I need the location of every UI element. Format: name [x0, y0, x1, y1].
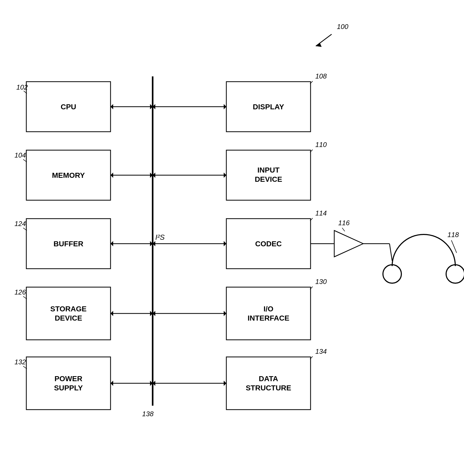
- ref-138: 138: [142, 410, 154, 418]
- memory-label: MEMORY: [52, 171, 85, 179]
- codec-label: CODEC: [255, 240, 282, 248]
- ref-132: 132: [14, 358, 26, 366]
- svg-marker-1: [316, 43, 322, 47]
- ref-104: 104: [14, 151, 26, 159]
- diagram-container: 100 CPU 102 MEMORY 104 BUFFER 124 STORAG…: [0, 0, 464, 476]
- svg-line-15: [451, 240, 457, 253]
- data-label-2: STRUCTURE: [246, 384, 291, 392]
- power-block: [26, 357, 111, 410]
- input-label-2: DEVICE: [255, 175, 282, 183]
- ref-100: 100: [337, 23, 348, 31]
- ref-114: 114: [315, 209, 327, 217]
- power-label-1: POWER: [54, 375, 82, 383]
- data-block: [226, 357, 311, 410]
- buffer-label: BUFFER: [53, 240, 83, 248]
- ref-108: 108: [315, 72, 327, 80]
- ref-102: 102: [16, 83, 28, 91]
- svg-line-12: [342, 228, 345, 231]
- storage-block: [26, 287, 111, 340]
- io-label-2: INTERFACE: [248, 314, 290, 322]
- ref-130: 130: [315, 278, 327, 286]
- headphone-right-cup: [446, 265, 464, 283]
- display-label: DISPLAY: [253, 103, 284, 111]
- ref-110: 110: [315, 141, 327, 149]
- i2s-label: I²S: [155, 233, 165, 241]
- input-label-1: INPUT: [257, 166, 280, 174]
- io-block: [226, 287, 311, 340]
- headphone-arc: [392, 234, 455, 266]
- io-label-1: I/O: [263, 305, 273, 313]
- headphone-left-cup: [383, 265, 401, 283]
- ref-124: 124: [14, 220, 26, 228]
- power-label-2: SUPPLY: [54, 384, 83, 392]
- amp-headphone-connector: [390, 244, 392, 261]
- amplifier-triangle: [334, 230, 363, 257]
- ref-134: 134: [315, 347, 327, 355]
- data-label-1: DATA: [259, 375, 278, 383]
- ref-126: 126: [14, 288, 26, 296]
- storage-label-1: STORAGE: [50, 305, 87, 313]
- storage-label-2: DEVICE: [55, 314, 82, 322]
- ref-118: 118: [447, 231, 459, 239]
- ref-116: 116: [338, 219, 350, 227]
- cpu-label: CPU: [61, 103, 76, 111]
